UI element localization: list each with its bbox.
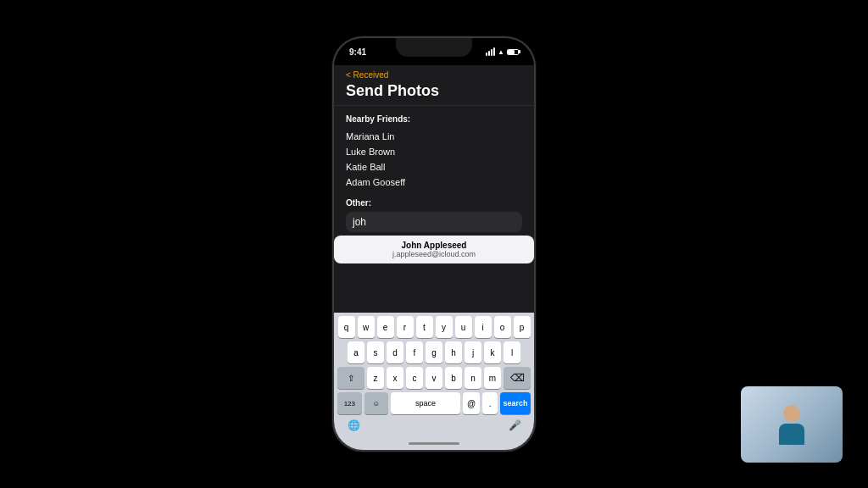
key-w[interactable]: w — [358, 316, 375, 338]
key-j[interactable]: j — [465, 341, 481, 363]
key-m[interactable]: m — [484, 367, 501, 389]
key-q[interactable]: q — [338, 316, 355, 338]
key-e[interactable]: e — [377, 316, 394, 338]
key-o[interactable]: o — [494, 316, 511, 338]
phone-shell: 9:41 ▲ < Received Send Photos Nearby Fri… — [332, 36, 536, 452]
space-key[interactable]: space — [391, 392, 460, 414]
key-l[interactable]: l — [504, 341, 520, 363]
contact-item-2[interactable]: Katie Ball — [346, 159, 522, 175]
search-key[interactable]: search — [500, 392, 531, 414]
key-c[interactable]: c — [406, 367, 423, 389]
key-row-3: ⇧ z x c v b n m ⌫ — [337, 367, 531, 389]
autocomplete-name: John Appleseed — [342, 241, 526, 250]
back-label: < Received — [346, 70, 388, 80]
person-figure — [779, 405, 804, 445]
status-icons: ▲ — [486, 47, 519, 56]
key-row-2: a s d f g h j k l — [337, 341, 531, 363]
at-key[interactable]: @ — [463, 392, 480, 414]
numbers-key[interactable]: 123 — [337, 392, 362, 414]
period-key[interactable]: . — [482, 392, 498, 414]
contact-item-0[interactable]: Mariana Lin — [346, 129, 522, 144]
nearby-section-label: Nearby Friends: — [346, 114, 522, 124]
nav-bar: < Received Send Photos — [334, 65, 534, 106]
key-b[interactable]: b — [445, 367, 462, 389]
emoji-key[interactable]: ☺ — [364, 392, 389, 414]
key-p[interactable]: p — [514, 316, 531, 338]
key-n[interactable]: n — [465, 367, 481, 389]
home-bar — [409, 442, 459, 445]
key-x[interactable]: x — [387, 367, 403, 389]
other-input[interactable]: joh — [346, 212, 522, 232]
key-row-1: q w e r t y u i o p — [337, 316, 531, 338]
key-z[interactable]: z — [367, 367, 384, 389]
contact-item-1[interactable]: Luke Brown — [346, 144, 522, 159]
bottom-row: 🌐 🎤 — [337, 418, 531, 433]
key-f[interactable]: f — [406, 341, 423, 363]
person-body — [779, 424, 804, 445]
page-title: Send Photos — [346, 82, 522, 100]
globe-icon[interactable]: 🌐 — [341, 419, 366, 431]
keyboard: q w e r t y u i o p a s d f g h j k — [334, 313, 534, 436]
content-area: Nearby Friends: Mariana Lin Luke Brown K… — [334, 106, 534, 313]
autocomplete-email: j.appleseed@icloud.com — [342, 250, 526, 258]
mic-icon[interactable]: 🎤 — [502, 419, 527, 431]
delete-key[interactable]: ⌫ — [504, 367, 531, 389]
home-indicator — [334, 436, 534, 450]
key-r[interactable]: r — [397, 316, 414, 338]
key-i[interactable]: i — [475, 316, 492, 338]
screen: < Received Send Photos Nearby Friends: M… — [334, 65, 534, 450]
key-u[interactable]: u — [455, 316, 472, 338]
key-row-4: 123 ☺ space @ . search — [337, 392, 531, 414]
key-g[interactable]: g — [426, 341, 442, 363]
input-value: joh — [353, 216, 366, 228]
autocomplete-suggestion[interactable]: John Appleseed j.appleseed@icloud.com — [334, 236, 534, 263]
key-h[interactable]: h — [445, 341, 462, 363]
person-head — [783, 405, 800, 422]
key-y[interactable]: y — [436, 316, 453, 338]
presenter-background — [741, 386, 843, 463]
signal-icon — [486, 47, 495, 56]
shift-key[interactable]: ⇧ — [337, 367, 364, 389]
back-button[interactable]: < Received — [346, 70, 522, 80]
key-d[interactable]: d — [387, 341, 403, 363]
key-t[interactable]: t — [416, 316, 433, 338]
presenter-thumbnail — [741, 386, 843, 463]
key-v[interactable]: v — [426, 367, 442, 389]
key-k[interactable]: k — [484, 341, 501, 363]
other-section-label: Other: — [346, 198, 522, 208]
contact-list: Mariana Lin Luke Brown Katie Ball Adam G… — [346, 129, 522, 190]
key-s[interactable]: s — [367, 341, 384, 363]
notch — [396, 38, 472, 57]
status-time: 9:41 — [349, 47, 366, 57]
battery-icon — [507, 49, 519, 55]
contact-item-3[interactable]: Adam Gooseff — [346, 175, 522, 190]
key-a[interactable]: a — [348, 341, 364, 363]
wifi-icon: ▲ — [498, 48, 504, 56]
